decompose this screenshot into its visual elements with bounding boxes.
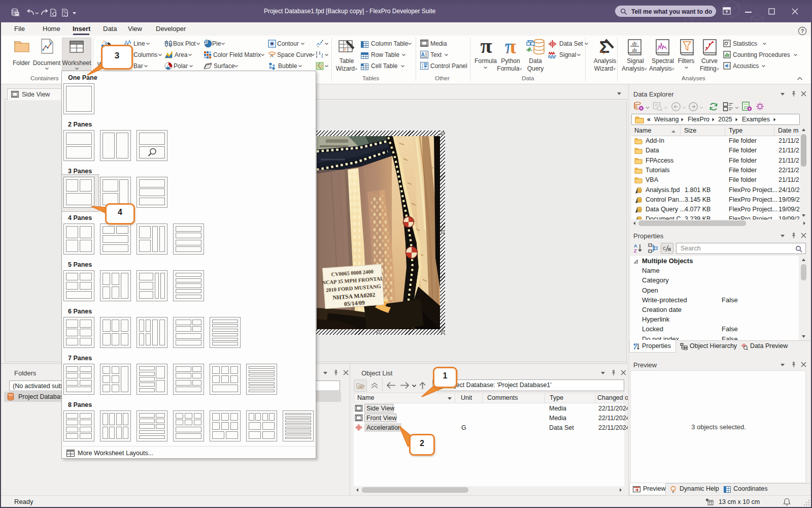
svg-text:A: A — [421, 52, 424, 57]
svg-text:dy: dy — [632, 41, 637, 46]
svg-text:π: π — [505, 38, 516, 56]
svg-text:dx: dx — [632, 47, 637, 53]
svg-text:?: ? — [801, 28, 804, 34]
